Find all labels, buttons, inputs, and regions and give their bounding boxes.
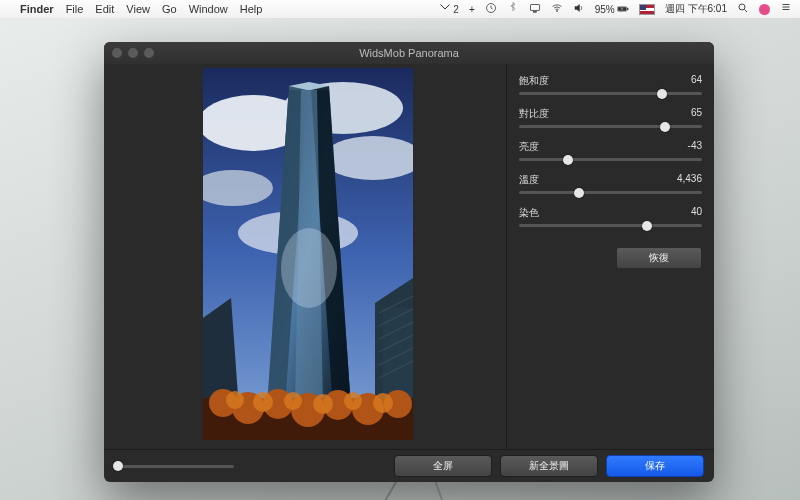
menu-view[interactable]: View [126, 3, 150, 15]
slider-track[interactable] [519, 92, 702, 95]
battery-status[interactable]: 95% [595, 3, 629, 15]
siri-icon[interactable] [759, 4, 770, 15]
slider-track[interactable] [519, 125, 702, 128]
zoom-slider-knob[interactable] [113, 461, 123, 471]
menu-help[interactable]: Help [240, 3, 263, 15]
menu-go[interactable]: Go [162, 3, 177, 15]
svg-point-28 [281, 228, 337, 308]
menubar-app-name[interactable]: Finder [20, 3, 54, 15]
menubar-clock[interactable]: 週四 下午6:01 [665, 2, 727, 16]
window-titlebar[interactable]: WidsMob Panorama [104, 42, 714, 64]
macos-menubar: Finder File Edit View Go Window Help 2 +… [0, 0, 800, 19]
slider-3: 溫度4,436 [519, 173, 702, 194]
slider-0: 飽和度64 [519, 74, 702, 95]
window-close-button[interactable] [112, 48, 122, 58]
slider-value: 40 [691, 206, 702, 220]
new-panorama-button[interactable]: 新全景圖 [500, 455, 598, 477]
window-zoom-button[interactable] [144, 48, 154, 58]
adjustments-panel: 飽和度64對比度65亮度-43溫度4,436染色40恢復 [506, 64, 714, 449]
svg-rect-5 [627, 8, 628, 10]
window-minimize-button[interactable] [128, 48, 138, 58]
notification-center-icon[interactable] [780, 2, 792, 16]
bluetooth-icon[interactable] [507, 2, 519, 16]
slider-knob[interactable] [642, 221, 652, 231]
svg-rect-2 [533, 12, 536, 13]
timemachine-icon[interactable] [485, 2, 497, 16]
svg-point-37 [226, 391, 244, 409]
creative-cloud-icon[interactable]: 2 [439, 3, 459, 15]
volume-icon[interactable] [573, 2, 585, 16]
svg-point-38 [253, 392, 273, 412]
slider-value: 65 [691, 107, 702, 121]
panorama-app-window: WidsMob Panorama [104, 42, 714, 482]
spotlight-icon[interactable] [737, 2, 749, 16]
slider-knob[interactable] [563, 155, 573, 165]
save-button[interactable]: 保存 [606, 455, 704, 477]
svg-point-42 [373, 393, 393, 413]
slider-value: -43 [688, 140, 702, 154]
slider-track[interactable] [519, 158, 702, 161]
slider-value: 4,436 [677, 173, 702, 187]
slider-label: 亮度 [519, 140, 539, 154]
preview-image [203, 68, 413, 440]
svg-point-40 [313, 394, 333, 414]
window-footer: 全屏 新全景圖 保存 [104, 449, 714, 482]
cc-badge-count: 2 [453, 4, 459, 15]
svg-point-7 [739, 4, 745, 10]
zoom-slider[interactable] [114, 465, 234, 468]
restore-button[interactable]: 恢復 [616, 247, 702, 269]
plus-icon[interactable]: + [469, 4, 475, 15]
fullscreen-button[interactable]: 全屏 [394, 455, 492, 477]
slider-track[interactable] [519, 191, 702, 194]
slider-label: 溫度 [519, 173, 539, 187]
svg-rect-1 [530, 5, 539, 11]
window-title: WidsMob Panorama [104, 47, 714, 59]
slider-2: 亮度-43 [519, 140, 702, 161]
slider-knob[interactable] [660, 122, 670, 132]
display-icon[interactable] [529, 2, 541, 16]
menu-edit[interactable]: Edit [95, 3, 114, 15]
image-preview-area [104, 64, 506, 449]
input-source-flag-icon[interactable] [639, 4, 655, 15]
svg-point-39 [284, 392, 302, 410]
slider-4: 染色40 [519, 206, 702, 227]
menu-file[interactable]: File [66, 3, 84, 15]
slider-label: 飽和度 [519, 74, 549, 88]
slider-value: 64 [691, 74, 702, 88]
battery-percent: 95% [595, 4, 615, 15]
menu-window[interactable]: Window [189, 3, 228, 15]
svg-point-41 [344, 392, 362, 410]
slider-knob[interactable] [574, 188, 584, 198]
svg-point-3 [556, 10, 557, 11]
slider-label: 染色 [519, 206, 539, 220]
slider-label: 對比度 [519, 107, 549, 121]
slider-1: 對比度65 [519, 107, 702, 128]
wifi-icon[interactable] [551, 2, 563, 16]
slider-track[interactable] [519, 224, 702, 227]
desktop-background: WidsMob Panorama [0, 18, 800, 500]
slider-knob[interactable] [657, 89, 667, 99]
